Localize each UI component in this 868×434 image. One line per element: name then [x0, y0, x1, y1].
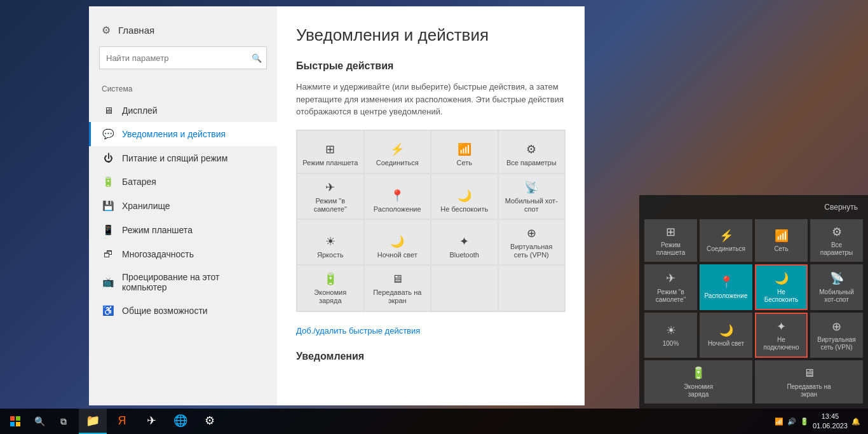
sidebar-item-accessibility[interactable]: ♿ Общие возможности [89, 299, 277, 323]
ac-dnd[interactable]: 🌙 Не Беспокоить [755, 264, 808, 310]
sidebar-item-notifications[interactable]: 💬 Уведомления и действия [89, 122, 277, 146]
qa-location[interactable]: 📍 Расположение [364, 173, 431, 219]
ac-bluetooth[interactable]: ✦ Неподключено [755, 313, 808, 358]
page-title: Уведомления и действия [296, 25, 566, 45]
qa-brightness[interactable]: ☀ Яркость [297, 219, 364, 265]
ac-settings-label: Все параметры [814, 241, 859, 257]
qa-brightness-icon: ☀ [325, 234, 336, 248]
notifications-icon: 💬 [102, 128, 114, 140]
battery-icon: 🔋 [102, 176, 114, 187]
ac-bluetooth-label: Неподключено [763, 336, 799, 351]
qa-tablet-mode[interactable]: ⊞ Режим планшета [297, 130, 364, 173]
notifications-section-title: Уведомления [296, 351, 566, 362]
ac-hotspot-icon: 📡 [830, 272, 844, 286]
qa-cast-icon: 🖥 [391, 273, 403, 286]
ac-hotspot[interactable]: 📡 Мобильныйхот-спот [810, 264, 863, 310]
sidebar-item-storage[interactable]: 💾 Хранилище [89, 194, 277, 218]
ac-tablet-icon: ⊞ [666, 226, 675, 240]
svg-rect-2 [10, 422, 15, 426]
taskbar: 🔍 ⧉ 📁 Я ✈ 🌐 ⚙ 📶 🔊 🔋 13:45 01.06.2023 🔔 [0, 409, 868, 434]
sidebar-home[interactable]: ⚙ Главная [89, 19, 277, 46]
qa-bluetooth[interactable]: ✦ Bluetooth [431, 219, 498, 265]
qa-settings-icon: ⚙ [526, 142, 536, 156]
settings-window: ⚙ Главная 🔍 Система 🖥 Дисплей 💬 Уведомле… [89, 6, 585, 405]
ac-collapse-button[interactable]: Свернуть [824, 203, 858, 212]
qa-network-label: Сеть [457, 159, 472, 167]
ac-row1: ⊞ Режимпланшета ⚡ Соединиться 📶 Сеть ⚙ В… [639, 217, 868, 265]
ac-battery-saver[interactable]: 🔋 Экономиязаряда [644, 360, 752, 403]
sidebar-item-accessibility-label: Общие возможности [122, 306, 208, 316]
action-center-panel: Свернуть ⊞ Режимпланшета ⚡ Соединиться 📶… [639, 195, 868, 409]
qa-all-settings[interactable]: ⚙ Все параметры [498, 130, 566, 173]
sidebar-search-container: 🔍 [99, 46, 267, 69]
qa-vpn-icon: ⊕ [527, 226, 536, 240]
task-view-icon: ⧉ [60, 416, 67, 427]
add-remove-actions-link[interactable]: Доб./удалить быстрые действия [296, 326, 420, 336]
ac-cast-icon: 🖥 [803, 367, 815, 381]
taskbar-app-yandex[interactable]: Я [108, 409, 136, 434]
qa-hotspot[interactable]: 📡 Мобильный хот-спот [498, 173, 566, 219]
qa-airplane[interactable]: ✈ Режим "в самолете" [297, 173, 364, 219]
tray-volume-icon: 🔊 [787, 417, 796, 426]
taskbar-app-settings[interactable]: ⚙ [196, 409, 224, 434]
start-button[interactable] [3, 409, 28, 434]
notification-center-icon[interactable]: 🔔 [851, 417, 860, 426]
ac-location[interactable]: 📍 Расположение [700, 264, 752, 310]
taskbar-app-explorer[interactable]: 📁 [79, 409, 107, 434]
ac-settings-icon: ⚙ [832, 226, 842, 240]
sidebar-item-battery[interactable]: 🔋 Батарея [89, 170, 277, 194]
tray-battery-icon: 🔋 [800, 417, 809, 426]
sidebar-item-multitask[interactable]: 🗗 Многозадачность [89, 242, 277, 266]
qa-brightness-label: Яркость [317, 251, 343, 259]
quick-actions-title: Быстрые действия [296, 60, 566, 72]
ac-brightness-icon: ☀ [666, 324, 676, 338]
sidebar-item-project[interactable]: 📺 Проецирование на этот компьютер [89, 266, 277, 299]
sidebar-item-power[interactable]: ⏻ Питание и спящий режим [89, 146, 277, 170]
ac-airplane-label: Режим "всамолете" [656, 288, 686, 304]
ac-bluetooth-icon: ✦ [776, 320, 786, 334]
qa-bluetooth-label: Bluetooth [450, 251, 479, 259]
ac-tablet-mode[interactable]: ⊞ Режимпланшета [644, 219, 697, 262]
home-label: Главная [118, 25, 154, 36]
taskbar-task-view[interactable]: ⧉ [51, 409, 76, 434]
tablet-icon: 📱 [102, 224, 114, 236]
qa-dnd[interactable]: 🌙 Не беспокоить [431, 173, 498, 219]
sidebar-item-display-label: Дисплей [122, 105, 158, 116]
ac-network[interactable]: 📶 Сеть [755, 219, 808, 262]
ac-connect[interactable]: ⚡ Соединиться [700, 219, 752, 262]
ac-connect-label: Соединиться [707, 245, 745, 253]
qa-nightlight[interactable]: 🌙 Ночной свет [364, 219, 431, 265]
ac-row4: 🔋 Экономиязаряда 🖥 Передавать наэкран [639, 360, 868, 409]
qa-connect[interactable]: ⚡ Соединиться [364, 130, 431, 173]
sidebar-item-notifications-label: Уведомления и действия [122, 129, 226, 139]
ac-brightness[interactable]: ☀ 100% [644, 313, 697, 358]
ac-vpn[interactable]: ⊕ Виртуальнаясеть (VPN) [810, 313, 863, 358]
qa-battery-saver[interactable]: 🔋 Экономия заряда [297, 265, 364, 311]
taskbar-app-telegram[interactable]: ✈ [137, 409, 165, 434]
ac-nightlight[interactable]: 🌙 Ночной свет [700, 313, 752, 358]
ac-nightlight-label: Ночной свет [708, 340, 744, 348]
taskbar-search-icon: 🔍 [34, 416, 45, 426]
search-input[interactable] [99, 46, 267, 69]
sidebar-item-storage-label: Хранилище [122, 201, 170, 211]
sidebar-item-tablet[interactable]: 📱 Режим планшета [89, 218, 277, 242]
qa-cast[interactable]: 🖥 Передавать на экран [364, 265, 431, 311]
qa-network[interactable]: 📶 Сеть [431, 130, 498, 173]
ac-connect-icon: ⚡ [719, 229, 733, 243]
ac-dnd-icon: 🌙 [775, 272, 789, 286]
taskbar-clock[interactable]: 13:45 01.06.2023 [813, 412, 848, 431]
taskbar-search-button[interactable]: 🔍 [28, 410, 51, 433]
ac-cast[interactable]: 🖥 Передавать наэкран [755, 360, 863, 403]
ac-vpn-label: Виртуальнаясеть (VPN) [817, 336, 855, 351]
sidebar-item-display[interactable]: 🖥 Дисплей [89, 98, 277, 122]
ac-airplane[interactable]: ✈ Режим "всамолете" [644, 264, 697, 310]
accessibility-icon: ♿ [102, 305, 114, 316]
qa-nightlight-label: Ночной свет [377, 251, 417, 259]
settings-body: ⚙ Главная 🔍 Система 🖥 Дисплей 💬 Уведомле… [89, 6, 585, 405]
sidebar-item-power-label: Питание и спящий режим [122, 153, 227, 163]
system-section-label: Система [89, 82, 277, 98]
qa-vpn[interactable]: ⊕ Виртуальная сеть (VPN) [498, 219, 566, 265]
taskbar-app-browser[interactable]: 🌐 [166, 409, 194, 434]
qa-location-icon: 📍 [390, 189, 404, 203]
ac-all-settings[interactable]: ⚙ Все параметры [810, 219, 863, 262]
